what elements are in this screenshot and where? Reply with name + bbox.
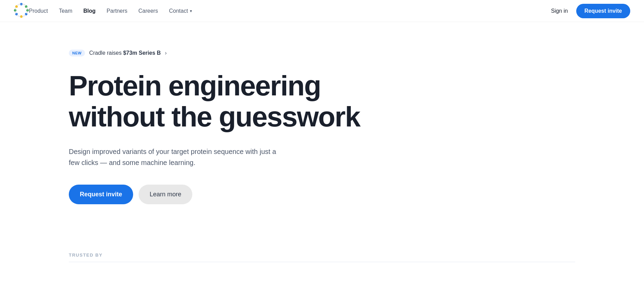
- nav-careers[interactable]: Careers: [138, 8, 158, 14]
- hero-title: Protein engineering without the guesswor…: [69, 70, 378, 132]
- announcement-banner[interactable]: NEW Cradle raises $73m Series B ›: [69, 50, 167, 56]
- hero-request-invite-button[interactable]: Request invite: [69, 185, 133, 204]
- nav-links: Product Team Blog Partners Careers Conta…: [29, 8, 551, 14]
- nav-product[interactable]: Product: [29, 8, 48, 14]
- nav-team[interactable]: Team: [59, 8, 72, 14]
- new-badge: NEW: [69, 50, 85, 56]
- sign-in-link[interactable]: Sign in: [551, 8, 568, 14]
- nav-contact-label: Contact: [169, 8, 188, 14]
- hero-section: NEW Cradle raises $73m Series B › Protei…: [0, 22, 644, 252]
- nav-partners[interactable]: Partners: [107, 8, 127, 14]
- trusted-by-divider: [69, 262, 575, 262]
- announcement-arrow-icon: ›: [165, 50, 167, 56]
- navbar: Product Team Blog Partners Careers Conta…: [0, 0, 644, 22]
- trusted-by-label: TRUSTED BY: [69, 252, 575, 258]
- announcement-text: Cradle raises $73m Series B: [89, 50, 161, 56]
- nav-request-invite-button[interactable]: Request invite: [576, 4, 630, 18]
- nav-blog[interactable]: Blog: [83, 8, 96, 14]
- learn-more-button[interactable]: Learn more: [139, 185, 192, 204]
- chevron-down-icon: ▾: [190, 9, 192, 13]
- hero-description: Design improved variants of your target …: [69, 146, 330, 168]
- logo[interactable]: [14, 3, 29, 19]
- trusted-by-section: TRUSTED BY: [0, 252, 644, 262]
- hero-buttons: Request invite Learn more: [69, 185, 575, 204]
- nav-contact[interactable]: Contact ▾: [169, 8, 192, 14]
- nav-right: Sign in Request invite: [551, 4, 630, 18]
